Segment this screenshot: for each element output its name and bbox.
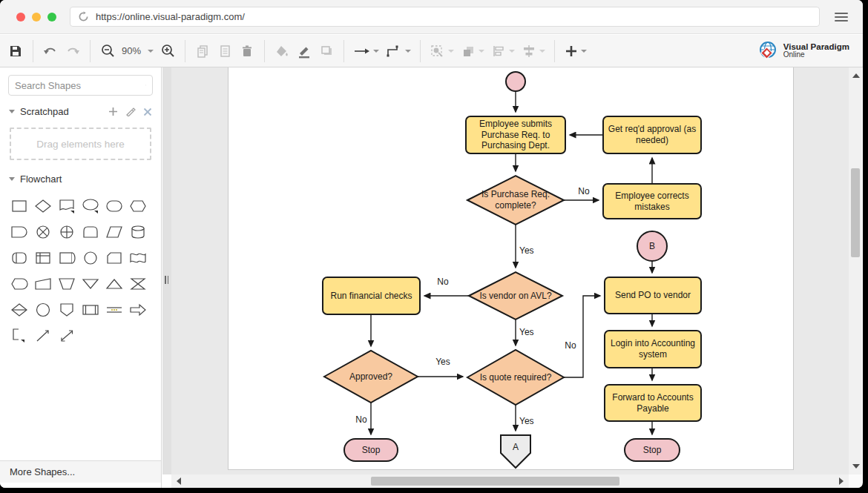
shadow-button[interactable] (315, 39, 338, 63)
close-window-button[interactable] (16, 13, 25, 21)
shape-internal-storage[interactable] (31, 248, 55, 268)
shape-decision[interactable] (31, 196, 55, 216)
shape-stored-data[interactable] (79, 222, 102, 242)
undo-button[interactable] (39, 39, 62, 63)
shape-database[interactable] (126, 222, 150, 242)
minimize-window-button[interactable] (32, 13, 41, 21)
align-icon (490, 44, 507, 59)
close-icon[interactable] (143, 107, 152, 116)
vertical-scrollbar[interactable] (849, 67, 862, 474)
copy-button[interactable] (191, 39, 214, 63)
shape-manual-operation[interactable] (55, 274, 79, 294)
node-forward-label: Forward to Accounts Payable (606, 386, 700, 420)
shape-terminator[interactable] (102, 196, 126, 216)
shape-paper-tape[interactable] (126, 248, 150, 268)
zoom-level-dropdown[interactable]: 90% (119, 45, 157, 56)
shape-transmission-tape[interactable] (102, 300, 126, 320)
menu-icon[interactable] (830, 13, 863, 21)
maximize-window-button[interactable] (47, 13, 56, 21)
edge-label-yes: Yes (519, 416, 545, 426)
scratchpad-section-header[interactable]: Scratchpad (0, 100, 161, 122)
edge-label-yes: Yes (430, 357, 456, 367)
scratchpad-dropzone[interactable]: Drag elements here (10, 128, 151, 160)
copy-icon (195, 44, 210, 59)
edge-label-yes: Yes (519, 245, 545, 256)
align-dropdown[interactable] (487, 39, 518, 63)
more-shapes-button[interactable]: More Shapes... (0, 460, 161, 483)
save-button[interactable] (4, 39, 27, 63)
zoom-level-value: 90% (122, 45, 141, 56)
connector-style-dropdown[interactable] (382, 39, 414, 63)
scroll-left-arrow-icon[interactable] (177, 477, 181, 485)
shape-summing-junction[interactable] (31, 222, 55, 242)
paste-button[interactable] (214, 39, 236, 63)
arrow-style-dropdown[interactable] (350, 39, 382, 63)
reload-icon[interactable] (78, 11, 89, 22)
shape-magnetic-drum[interactable] (55, 248, 79, 268)
address-bar[interactable] (70, 7, 820, 27)
distribute-icon (521, 44, 537, 59)
sidebar-collapse-handle[interactable] (165, 276, 168, 284)
canvas-page[interactable]: Employee submits Purchase Req. to Purcha… (228, 67, 794, 470)
node-complete-label: Is Purchase Req. complete? (471, 185, 560, 216)
node-approved-label: Approved? (326, 368, 416, 386)
shape-collate[interactable] (126, 274, 150, 294)
flowchart-section-header[interactable]: Flowchart (0, 168, 161, 189)
shape-connector-circle[interactable] (79, 248, 102, 268)
shape-off-page-connector[interactable] (55, 300, 79, 320)
shape-preparation[interactable] (126, 196, 150, 216)
zoom-in-button[interactable] (157, 39, 179, 63)
edit-icon[interactable] (125, 107, 136, 116)
edge-label-no: No (350, 414, 372, 425)
shape-ellipse[interactable] (79, 196, 102, 216)
shape-data[interactable] (102, 222, 126, 242)
scroll-right-arrow-icon[interactable] (839, 477, 844, 485)
shape-sort[interactable] (7, 300, 31, 320)
scroll-up-arrow-icon[interactable] (852, 73, 860, 78)
fill-color-button[interactable] (271, 39, 293, 63)
search-input[interactable] (15, 80, 145, 91)
distribute-dropdown[interactable] (518, 39, 548, 63)
node-avl-label: Is vendor on AVL? (471, 287, 560, 305)
url-input[interactable] (96, 11, 812, 22)
selection-mode-dropdown[interactable] (427, 39, 457, 63)
line-color-button[interactable] (293, 39, 315, 63)
shape-bidirectional-connector[interactable] (55, 326, 79, 345)
chevron-down-icon (405, 50, 411, 53)
diagram-canvas[interactable]: Employee submits Purchase Req. to Purcha… (171, 67, 849, 474)
node-run-checks-label: Run financial checks (324, 278, 418, 314)
shape-line-connector[interactable] (31, 326, 55, 345)
node-start-circle[interactable] (506, 72, 525, 91)
layer-order-dropdown[interactable] (457, 39, 487, 63)
sidebar-collapse-gutter[interactable] (162, 67, 171, 474)
horizontal-scrollbar-thumb[interactable] (371, 477, 619, 486)
editor-toolbar: 90% (0, 35, 863, 67)
add-shape-dropdown[interactable] (561, 39, 590, 63)
horizontal-scrollbar[interactable] (171, 474, 849, 488)
add-icon[interactable] (108, 107, 118, 116)
search-shapes-box[interactable] (8, 75, 153, 96)
shape-delay[interactable] (7, 222, 31, 242)
scroll-down-arrow-icon[interactable] (852, 464, 860, 469)
shape-arrow-right[interactable] (126, 300, 150, 320)
shape-direct-access-storage[interactable] (7, 248, 31, 268)
save-icon (8, 44, 23, 59)
shape-predefined-process[interactable] (79, 300, 102, 320)
shape-card[interactable] (102, 248, 126, 268)
shape-l-bracket[interactable] (7, 326, 31, 345)
delete-button[interactable] (236, 39, 258, 63)
shape-display[interactable] (7, 274, 31, 294)
shape-or[interactable] (55, 222, 79, 242)
shape-document[interactable] (55, 196, 79, 216)
zoom-out-button[interactable] (96, 39, 119, 63)
shape-extract[interactable] (79, 274, 102, 294)
redo-button[interactable] (62, 39, 84, 63)
shape-manual-loading[interactable] (31, 274, 55, 294)
search-icon (145, 79, 146, 91)
shape-process[interactable] (7, 196, 31, 216)
vertical-scrollbar-thumb[interactable] (851, 168, 860, 257)
shape-circle[interactable] (31, 300, 55, 320)
edge-quote-no-sendpo[interactable] (564, 296, 600, 377)
shape-merge[interactable] (102, 274, 126, 294)
node-send-po-label: Send PO to vendor (606, 278, 700, 313)
